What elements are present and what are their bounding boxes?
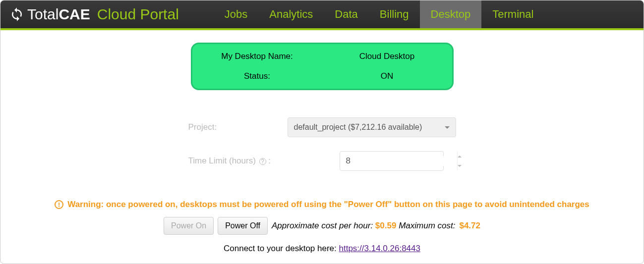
time-limit-spinner [457, 152, 462, 170]
refresh-icon [9, 7, 24, 22]
connect-link[interactable]: https://3.14.0.26:8443 [339, 244, 420, 253]
approx-cost-value: $0.59 [375, 221, 397, 230]
desktop-status-value: ON [322, 71, 452, 81]
warning-icon: ! [55, 200, 63, 209]
help-icon[interactable]: ? [259, 158, 266, 165]
approx-cost-label: Approximate cost per hour: $0.59 Maximum… [272, 221, 455, 231]
logo[interactable]: TotalCAE Cloud Portal [9, 6, 179, 23]
desktop-name-label: My Desktop Name: [192, 52, 322, 61]
nav-items: Jobs Analytics Data Billing Desktop Term… [214, 0, 545, 28]
desktop-status-box: My Desktop Name: Cloud Desktop Status: O… [191, 43, 454, 90]
power-off-button[interactable]: Power Off [218, 217, 268, 235]
spinner-down[interactable] [458, 161, 462, 170]
nav-data[interactable]: Data [324, 0, 368, 28]
nav-analytics[interactable]: Analytics [258, 0, 324, 28]
content: My Desktop Name: Cloud Desktop Status: O… [0, 30, 644, 254]
nav-jobs[interactable]: Jobs [214, 0, 258, 28]
nav-desktop[interactable]: Desktop [420, 0, 482, 28]
logo-subtitle: Cloud Portal [97, 6, 179, 23]
time-limit-input-wrap [340, 151, 444, 171]
project-dropdown-value: default_project ($7,212.16 available) [294, 123, 422, 132]
nav-terminal[interactable]: Terminal [481, 0, 544, 28]
time-limit-label: Time Limit (hours) ? : [188, 156, 288, 166]
logo-text: TotalCAE [27, 6, 90, 23]
connect-label: Connect to your desktop here: [224, 244, 339, 253]
warning-message: ! Warning: once powered on, desktops mus… [55, 200, 589, 210]
project-label: Project: [188, 122, 288, 132]
power-on-button[interactable]: Power On [164, 217, 214, 235]
connect-row: Connect to your desktop here: https://3.… [224, 244, 420, 254]
time-limit-input[interactable] [340, 156, 457, 166]
form-area: Project: default_project ($7,212.16 avai… [188, 117, 456, 185]
project-dropdown[interactable]: default_project ($7,212.16 available) [288, 117, 456, 137]
desktop-name-value: Cloud Desktop [322, 52, 452, 61]
spinner-up[interactable] [458, 152, 462, 161]
max-cost-value: $4.72 [459, 221, 480, 231]
warning-text: Warning: once powered on, desktops must … [67, 200, 589, 210]
chevron-down-icon [445, 126, 450, 129]
navbar: TotalCAE Cloud Portal Jobs Analytics Dat… [0, 0, 644, 30]
power-controls: Power On Power Off Approximate cost per … [164, 217, 480, 235]
nav-billing[interactable]: Billing [369, 0, 420, 28]
desktop-status-label: Status: [192, 71, 322, 81]
